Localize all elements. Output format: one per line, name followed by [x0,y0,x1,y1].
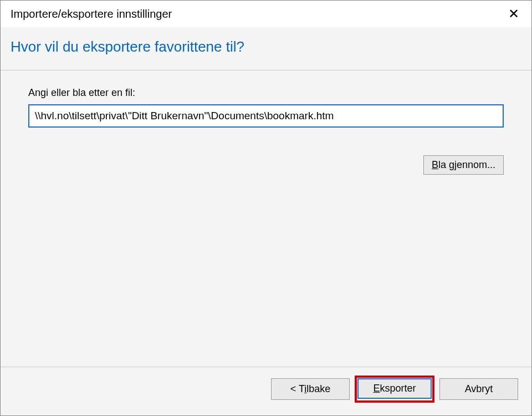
window-title: Importere/eksportere innstillinger [11,8,172,21]
header-section: Hvor vil du eksportere favorittene til? [1,27,531,70]
content-section: Angi eller bla etter en fil: Bla gjennom… [1,70,531,367]
file-path-label: Angi eller bla etter en fil: [28,87,504,99]
import-export-settings-dialog: Importere/eksportere innstillinger ✕ Hvo… [0,0,532,416]
close-icon[interactable]: ✕ [502,4,526,24]
page-heading: Hvor vil du eksportere favorittene til? [11,38,521,55]
footer-section: < Tilbake Eksporter Avbryt [1,367,531,415]
export-button-highlight: Eksporter [357,378,432,400]
browse-button[interactable]: Bla gjennom... [423,155,504,175]
export-button[interactable]: Eksporter [357,378,432,399]
titlebar: Importere/eksportere innstillinger ✕ [1,1,531,27]
cancel-button[interactable]: Avbryt [439,378,518,400]
browse-row: Bla gjennom... [28,155,504,175]
back-button[interactable]: < Tilbake [271,378,350,400]
file-path-input[interactable] [28,104,504,128]
